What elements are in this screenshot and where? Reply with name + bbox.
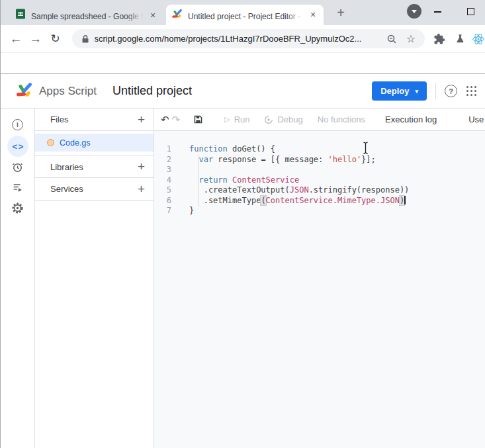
code-line[interactable]: 5 .createTextOutput(JSON.stringify(respo… — [154, 185, 485, 196]
code-token: JSON — [290, 185, 309, 195]
play-icon: ▷ — [224, 115, 230, 124]
nav-executions-button[interactable] — [9, 179, 27, 198]
add-library-button[interactable]: + — [138, 159, 145, 174]
line-number: 3 — [159, 165, 171, 175]
code-token: .setMimeType — [189, 196, 261, 205]
indent-guide — [198, 155, 198, 206]
lock-icon — [81, 34, 89, 44]
text-caret — [404, 196, 406, 204]
line-number: 6 — [159, 196, 171, 206]
undo-button[interactable]: ↶ — [161, 112, 169, 128]
use-legacy-editor-button[interactable]: Use legacy editor — [468, 114, 485, 124]
code-line-content: .createTextOutput(JSON.stringify(respons… — [171, 185, 409, 196]
caret-down-icon: ▾ — [415, 88, 418, 95]
url-text[interactable]: script.google.com/home/projects/1LtHazgI… — [95, 34, 386, 44]
close-tab-icon[interactable]: ✕ — [148, 10, 158, 21]
tab-google-sheets[interactable]: Sample spreadsheed - Google Sh ✕ — [10, 5, 163, 25]
libraries-header: Libraries + — [35, 156, 154, 178]
help-button[interactable]: ? — [445, 85, 457, 97]
function-select-label: No functions — [318, 114, 365, 124]
deploy-label: Deploy — [380, 86, 409, 96]
files-panel: Files + Code.gs Libraries + Services + — [35, 109, 154, 448]
debug-button[interactable]: Debug — [264, 114, 302, 124]
tab-title: Untitled project - Project Editor - — [188, 12, 300, 21]
extension-puzzle-icon[interactable] — [433, 33, 445, 45]
line-number: 5 — [159, 185, 171, 196]
add-service-button[interactable]: + — [138, 182, 145, 197]
download-indicator-icon[interactable] — [407, 4, 421, 19]
code-line[interactable]: 7} — [154, 206, 485, 216]
code-line[interactable]: 3 — [154, 165, 485, 175]
tab-strip: Sample spreadsheed - Google Sh ✕ Untitle… — [1, 0, 485, 25]
divider — [435, 83, 436, 99]
tab-title-fade — [287, 10, 304, 21]
execution-log-button[interactable]: Execution log — [381, 114, 441, 124]
extension-react-icon[interactable] — [472, 32, 485, 46]
run-button[interactable]: ▷ Run — [224, 114, 249, 124]
code-line[interactable]: 4 return ContentService — [154, 175, 485, 186]
code-token: ContentService — [232, 175, 299, 185]
file-list: Code.gs — [35, 131, 154, 156]
line-number: 2 — [159, 155, 171, 165]
line-number: 4 — [159, 175, 171, 186]
tab-title-fade — [126, 10, 144, 21]
code-line-content: return ContentService — [171, 175, 299, 186]
brand-name[interactable]: Apps Script — [39, 85, 97, 98]
nav-settings-button[interactable] — [9, 200, 27, 218]
editor-toolbar: ↶ ↷ ▷ Run Debug No functi — [154, 109, 485, 131]
code-line[interactable]: 6 .setMimeType(ContentService.MimeType.J… — [154, 196, 485, 206]
files-header: Files + — [35, 109, 154, 131]
code-line-content: } — [171, 206, 194, 216]
code-token: .stringify(response)) — [309, 185, 410, 195]
tab-title-wrap: Untitled project - Project Editor - — [188, 10, 304, 21]
nav-overview-button[interactable]: i — [9, 115, 27, 134]
maximize-button[interactable] — [459, 0, 482, 20]
redo-button[interactable]: ↷ — [172, 112, 181, 128]
browser-window: Sample spreadsheed - Google Sh ✕ Untitle… — [0, 0, 485, 448]
files-label: Files — [50, 114, 68, 124]
new-tab-button[interactable]: + — [331, 3, 350, 22]
reload-button[interactable]: ↻ — [46, 29, 66, 49]
extension-flask-icon[interactable] — [455, 33, 466, 44]
code-token: .createTextOutput( — [189, 185, 290, 195]
code-token: ( — [261, 196, 265, 205]
browser-toolbar: ← → ↻ script.google.com/home/projects/1L… — [1, 25, 485, 53]
file-item-code-gs[interactable]: Code.gs — [35, 134, 154, 152]
code-line-content: function doGet() { — [171, 144, 275, 155]
apps-script-logo[interactable] — [15, 81, 33, 101]
minimize-button[interactable] — [427, 0, 448, 20]
info-icon: i — [12, 119, 23, 130]
tab-apps-script[interactable]: Untitled project - Project Editor - ✕ — [166, 5, 324, 25]
project-title[interactable]: Untitled project — [112, 84, 192, 98]
back-button[interactable]: ← — [6, 29, 26, 49]
add-file-button[interactable]: + — [138, 112, 145, 127]
maximize-icon — [467, 8, 474, 15]
zoom-icon[interactable] — [386, 34, 397, 44]
save-button[interactable] — [193, 112, 203, 128]
google-apps-grid-icon[interactable] — [466, 86, 477, 95]
deploy-button[interactable]: Deploy ▾ — [372, 81, 427, 101]
executions-list-icon — [12, 181, 24, 196]
gear-icon — [11, 202, 24, 217]
bookmark-star-icon[interactable]: ☆ — [406, 32, 416, 45]
code-line[interactable]: 1function doGet() { — [154, 144, 485, 155]
code-token: function — [189, 144, 228, 154]
code-editor[interactable]: 1function doGet() {2 var response = [{ m… — [154, 131, 485, 448]
debug-icon — [264, 115, 273, 124]
forward-button[interactable]: → — [26, 29, 46, 49]
code-token: ) — [400, 196, 404, 205]
address-bar[interactable]: script.google.com/home/projects/1LtHazgI… — [72, 29, 425, 48]
gs-file-icon — [47, 139, 54, 146]
code-token: } — [189, 206, 194, 215]
close-tab-icon[interactable]: ✕ — [308, 10, 318, 21]
services-header: Services + — [35, 178, 154, 201]
code-line-content: .setMimeType(ContentService.MimeType.JSO… — [171, 196, 406, 206]
code-line[interactable]: 2 var response = [{ message: 'hello'}]; — [154, 155, 485, 165]
function-select[interactable]: No functions — [318, 114, 365, 124]
nav-editor-button[interactable]: < > — [7, 136, 28, 157]
google-sheets-icon — [15, 9, 26, 22]
nav-triggers-button[interactable] — [9, 159, 27, 177]
left-nav-rail: i < > — [1, 109, 35, 448]
code-brackets-icon: < > — [13, 142, 23, 152]
apps-script-icon — [171, 8, 183, 22]
